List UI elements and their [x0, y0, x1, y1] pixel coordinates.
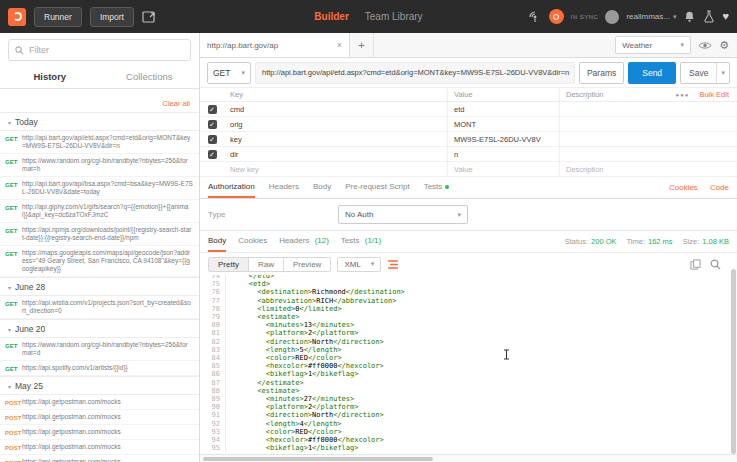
response-tab-headers[interactable]: Headers (12) — [279, 231, 329, 252]
param-description[interactable] — [560, 147, 737, 161]
new-tab-button[interactable]: + — [350, 33, 374, 57]
bell-icon[interactable] — [683, 10, 696, 23]
horizontal-scrollbar-thumb[interactable] — [203, 457, 433, 461]
save-dropdown-icon[interactable]: ▾ — [716, 63, 729, 83]
runner-button[interactable]: Runner — [34, 7, 82, 27]
history-item[interactable]: POSThttps://api.getpostman.com/mocks — [0, 410, 199, 425]
method-select[interactable]: GET ▾ — [207, 62, 251, 84]
environment-select[interactable]: Weather ▾ — [615, 36, 691, 54]
param-value[interactable]: MONT — [448, 117, 560, 131]
view-mode-preview[interactable]: Preview — [284, 258, 330, 271]
param-key[interactable]: key — [224, 132, 448, 146]
view-mode-pretty[interactable]: Pretty — [209, 258, 249, 271]
code-text: <abbreviation>RICH</abbreviation> — [226, 297, 396, 305]
avatar[interactable] — [605, 10, 619, 24]
param-key[interactable]: dir — [224, 147, 448, 161]
param-checkbox[interactable]: ✓ — [208, 135, 217, 144]
user-menu[interactable]: reallmmas... ▾ — [626, 12, 676, 21]
history-item[interactable]: GEThttps://www.random.org/cgi-bin/randby… — [0, 154, 199, 177]
code-line: 92 <length>4</length> — [200, 420, 737, 428]
history-group-header[interactable]: ▾May 25 — [0, 376, 199, 395]
response-tab-body[interactable]: Body — [208, 231, 226, 252]
bulk-edit-link[interactable]: Bulk Edit — [699, 90, 729, 99]
filter-input[interactable] — [29, 45, 184, 55]
param-check-cell: ✓ — [200, 102, 224, 116]
code-link[interactable]: Code — [710, 183, 729, 192]
more-options-icon[interactable]: ●●● — [676, 92, 690, 98]
view-mode-raw[interactable]: Raw — [249, 258, 284, 271]
line-number: 86 — [200, 370, 226, 378]
params-table: Key Value Description ●●● Bulk Edit ✓cmd… — [200, 87, 737, 177]
code-text: <etd> — [226, 280, 270, 288]
tab-body[interactable]: Body — [313, 177, 331, 198]
history-item[interactable]: POSThttps://api.getpostman.com/mocks — [0, 395, 199, 410]
tab-history[interactable]: History — [0, 66, 100, 88]
environment-preview-icon[interactable] — [698, 41, 712, 50]
import-button[interactable]: Import — [90, 7, 134, 27]
copy-icon[interactable] — [690, 259, 701, 270]
tab-tests[interactable]: Tests — [424, 177, 450, 198]
url-input[interactable]: http://api.bart.gov/api/etd.aspx?cmd=etd… — [255, 62, 575, 84]
history-group-header[interactable]: ▾Today — [0, 112, 199, 131]
history-item[interactable]: GEThttps://www.random.org/cgi-bin/randby… — [0, 338, 199, 361]
param-value[interactable]: MW9S-E7SL-26DU-VV8V — [448, 132, 560, 146]
param-description-input[interactable]: Description — [560, 162, 737, 176]
history-item[interactable]: GEThttp://api.bart.gov/api/etd.aspx?cmd=… — [0, 131, 199, 154]
new-window-icon[interactable] — [142, 11, 157, 23]
method-label: GET — [5, 365, 17, 373]
sync-status-icon[interactable] — [549, 9, 564, 24]
send-button[interactable]: Send — [628, 62, 676, 84]
history-group-header[interactable]: ▾June 28 — [0, 277, 199, 296]
language-select[interactable]: XML ▾ — [337, 257, 381, 272]
history-item[interactable]: GEThttp://api.giphy.com/v1/gifs/search?q… — [0, 200, 199, 223]
vertical-scrollbar-thumb[interactable] — [731, 269, 736, 454]
param-description[interactable] — [560, 117, 737, 131]
flask-icon[interactable] — [703, 10, 715, 23]
tab-headers[interactable]: Headers — [269, 177, 299, 198]
history-item[interactable]: POSThttps://api.getpostman.com/mocks — [0, 455, 199, 462]
search-response-icon[interactable] — [710, 259, 721, 270]
param-checkbox[interactable]: ✓ — [208, 120, 217, 129]
history-item[interactable]: GEThttps://api.npmjs.org/downloads/point… — [0, 223, 199, 246]
history-item[interactable]: GEThttp://api.bart.gov/api/bsa.aspx?cmd=… — [0, 177, 199, 200]
param-value[interactable]: n — [448, 147, 560, 161]
history-item[interactable]: GEThttps://api.wistia.com/v1/projects.js… — [0, 296, 199, 319]
clear-all-link[interactable]: Clear all — [162, 99, 190, 108]
param-description[interactable] — [560, 132, 737, 146]
param-key[interactable]: cmd — [224, 102, 448, 116]
horizontal-scrollbar[interactable] — [200, 454, 737, 462]
tab-builder[interactable]: Builder — [314, 11, 348, 22]
param-key[interactable]: orig — [224, 117, 448, 131]
params-button[interactable]: Params — [579, 62, 624, 84]
tab-collections[interactable]: Collections — [100, 66, 200, 88]
tab-pre-request-script[interactable]: Pre-request Script — [345, 177, 409, 198]
param-description[interactable] — [560, 102, 737, 116]
param-key-input[interactable]: New key — [224, 162, 448, 176]
heart-icon[interactable]: ♥ — [722, 11, 729, 22]
tab-authorization[interactable]: Authorization — [208, 177, 255, 198]
cookies-link[interactable]: Cookies — [669, 183, 698, 192]
history-group-header[interactable]: ▾June 20 — [0, 319, 199, 338]
param-value-input[interactable]: Value — [448, 162, 560, 176]
close-tab-icon[interactable]: × — [337, 40, 342, 50]
history-item[interactable]: GEThttps://maps.googleapis.com/maps/api/… — [0, 246, 199, 277]
app-logo-icon[interactable] — [8, 8, 26, 26]
filter-box[interactable] — [8, 39, 191, 61]
response-tab-tests[interactable]: Tests (1/1) — [341, 231, 381, 252]
save-button[interactable]: Save ▾ — [680, 62, 730, 84]
settings-gear-icon[interactable]: ⚙ — [719, 40, 729, 51]
wrap-text-icon[interactable] — [387, 259, 399, 270]
response-body[interactable]: 74 </etd>75 <etd>76 <destination>Richmon… — [200, 275, 737, 462]
satellite-icon[interactable] — [528, 10, 542, 23]
history-item[interactable]: POSThttps://api.getpostman.com/mocks — [0, 425, 199, 440]
history-item[interactable]: POSThttps://api.getpostman.com/mocks — [0, 440, 199, 455]
vertical-scrollbar[interactable] — [730, 59, 737, 462]
param-checkbox[interactable]: ✓ — [208, 150, 217, 159]
response-tab-cookies[interactable]: Cookies — [238, 231, 267, 252]
auth-type-select[interactable]: No Auth ▾ — [338, 205, 468, 224]
param-value[interactable]: etd — [448, 102, 560, 116]
tab-team-library[interactable]: Team Library — [365, 11, 423, 22]
param-checkbox[interactable]: ✓ — [208, 105, 217, 114]
request-tab[interactable]: http://ap.bart.gov/ap × — [200, 33, 350, 57]
history-item[interactable]: GEThttps://api.spotify.com/v1/artists/{{… — [0, 361, 199, 376]
